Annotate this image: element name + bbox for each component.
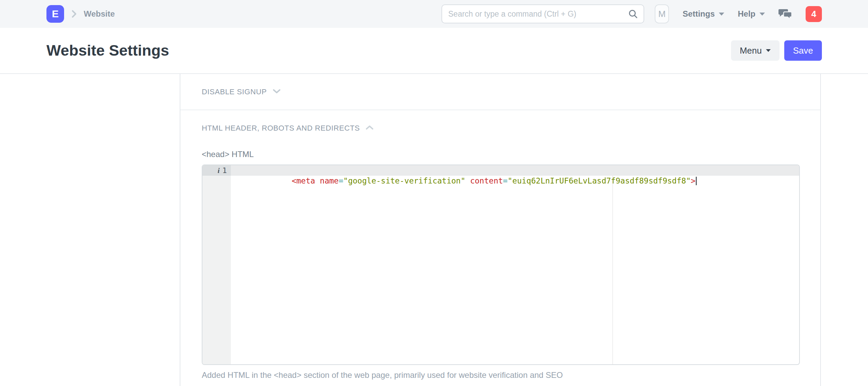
global-search[interactable] (441, 4, 644, 23)
form-body: DISABLE SIGNUP HTML HEADER, ROBOTS AND R… (0, 74, 868, 386)
editor-print-margin (612, 176, 613, 364)
chat-icon[interactable] (778, 8, 792, 20)
caret-down-icon (760, 13, 765, 16)
navbar-right: M Settings Help 4 (655, 0, 822, 28)
text-cursor (696, 177, 697, 185)
code-tokens: <meta name="google-site-verification" co… (292, 176, 695, 185)
code-line: <meta name="google-site-verification" co… (231, 165, 799, 176)
search-input[interactable] (442, 9, 628, 19)
head-html-description: Added HTML in the <head> section of the … (202, 370, 799, 380)
menu-button[interactable]: Menu (731, 40, 780, 61)
avatar[interactable]: M (655, 4, 669, 23)
section-html-header-toggle[interactable]: HTML HEADER, ROBOTS AND REDIRECTS (202, 124, 799, 133)
head-html-label: <head> HTML (202, 150, 799, 159)
save-button-label: Save (793, 45, 813, 56)
line-number: 1 (222, 166, 227, 175)
notification-count: 4 (811, 9, 816, 19)
search-icon[interactable] (628, 9, 638, 19)
breadcrumb[interactable]: Website (84, 9, 115, 19)
section-disable-signup-label: DISABLE SIGNUP (202, 88, 267, 96)
info-annotation-icon: i (218, 166, 220, 175)
settings-dropdown[interactable]: Settings (683, 9, 724, 19)
page-title: Website Settings (46, 42, 169, 59)
navbar: E Website M Settings Help (0, 0, 868, 28)
editor-gutter-active-cell: i 1 (202, 165, 231, 176)
help-dropdown-label: Help (738, 9, 755, 19)
head-html-code-editor[interactable]: i 1 <meta name="google-site-verification… (202, 165, 800, 365)
editor-code-area[interactable]: <meta name="google-site-verification" co… (231, 165, 799, 364)
navbar-left: E Website (46, 0, 115, 28)
editor-gutter: i 1 (202, 165, 231, 364)
save-button[interactable]: Save (784, 40, 822, 61)
app-logo[interactable]: E (46, 5, 64, 23)
chevron-down-icon[interactable] (272, 88, 281, 96)
page-actions: Menu Save (731, 40, 822, 61)
settings-dropdown-label: Settings (683, 9, 715, 19)
section-disable-signup[interactable]: DISABLE SIGNUP (180, 74, 820, 110)
menu-button-label: Menu (740, 45, 762, 56)
form-card: DISABLE SIGNUP HTML HEADER, ROBOTS AND R… (180, 74, 821, 386)
section-html-header-label: HTML HEADER, ROBOTS AND REDIRECTS (202, 124, 360, 133)
section-divider (180, 110, 820, 110)
caret-down-icon (719, 13, 724, 16)
caret-down-icon (766, 49, 771, 52)
section-html-header: HTML HEADER, ROBOTS AND REDIRECTS <head>… (180, 124, 820, 380)
app-logo-letter: E (52, 8, 59, 20)
help-dropdown[interactable]: Help (738, 9, 765, 19)
notification-badge[interactable]: 4 (806, 6, 822, 22)
page-head: Website Settings Menu Save (0, 28, 868, 74)
avatar-letter: M (658, 9, 666, 19)
chevron-up-icon[interactable] (365, 124, 374, 132)
breadcrumb-chevron-icon (70, 9, 78, 18)
